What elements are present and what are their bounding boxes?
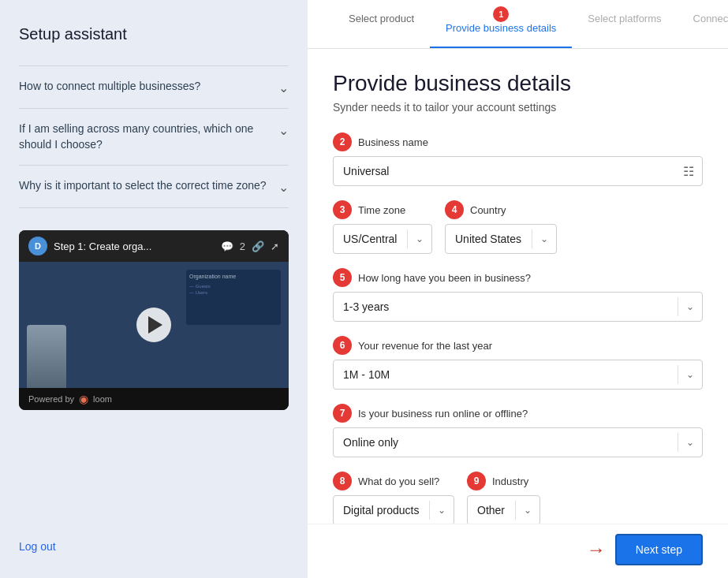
sell-industry-row: 8 What do you sell? Digital products ⌄ 9… <box>333 472 703 524</box>
comment-icon: 💬 <box>221 241 233 252</box>
business-name-icon: ☷ <box>675 164 702 179</box>
country-field: 4 Country United States ⌄ <box>445 200 557 254</box>
timezone-label: Time zone <box>358 204 405 216</box>
timezone-chevron-icon: ⌄ <box>408 233 431 244</box>
timezone-field: 3 Time zone US/Central ⌄ <box>333 200 432 254</box>
badge-revenue: 6 <box>333 336 352 355</box>
loom-brand: loom <box>93 394 112 404</box>
business-age-divider <box>678 297 678 316</box>
online-offline-label: Is your business run online or offline? <box>358 408 528 420</box>
loom-bar: Powered by ◉ loom <box>19 388 289 410</box>
faq-question-1: How to connect multiple businesses? <box>19 79 210 95</box>
what-sell-label: What do you sell? <box>358 475 439 487</box>
revenue-select-wrapper: 1M - 10M ⌄ <box>333 360 703 390</box>
page-title: Provide business details <box>333 71 703 96</box>
country-divider <box>532 229 532 248</box>
video-block: D Step 1: Create orga... 💬 2 🔗 ➚ Organiz… <box>19 230 289 410</box>
badge-country: 4 <box>445 200 464 219</box>
badge-timezone: 3 <box>333 200 352 219</box>
country-label: Country <box>470 204 506 216</box>
revenue-label-row: 6 Your revenue for the last year <box>333 336 703 355</box>
industry-select[interactable]: Other <box>468 496 515 524</box>
step-badge-1: 1 <box>493 6 509 22</box>
country-select[interactable]: United States <box>446 225 532 253</box>
timezone-select[interactable]: US/Central <box>334 225 407 253</box>
tab-provide-details[interactable]: 1 Provide business details <box>430 0 572 48</box>
business-name-label: Business name <box>358 136 428 148</box>
what-sell-select[interactable]: Digital products <box>334 496 429 524</box>
faq-item-3[interactable]: Why is it important to select the correc… <box>19 166 289 208</box>
business-age-select[interactable]: 1-3 years <box>334 293 678 321</box>
revenue-chevron-icon: ⌄ <box>678 369 702 380</box>
online-offline-chevron-icon: ⌄ <box>678 437 702 448</box>
revenue-label: Your revenue for the last year <box>358 340 492 352</box>
country-select-wrapper: United States ⌄ <box>445 224 557 254</box>
arrow-right-icon: → <box>587 539 606 561</box>
faq-item-1[interactable]: How to connect multiple businesses? ⌄ <box>19 65 289 109</box>
tab-select-platforms: Select platforms <box>572 0 677 48</box>
badge-what-sell: 8 <box>333 472 352 490</box>
business-age-chevron-icon: ⌄ <box>678 301 702 312</box>
tab-select-product[interactable]: Select product <box>333 0 430 48</box>
faq-question-3: Why is it important to select the correc… <box>19 178 276 194</box>
country-label-row: 4 Country <box>445 200 557 219</box>
share-icon: ➚ <box>271 241 279 252</box>
industry-label: Industry <box>492 475 528 487</box>
what-sell-divider <box>429 501 430 520</box>
sidebar-title: Setup assistant <box>19 25 289 43</box>
online-offline-select[interactable]: Online only <box>334 428 678 457</box>
play-triangle-icon <box>148 316 162 334</box>
industry-divider <box>515 501 516 520</box>
timezone-country-row: 3 Time zone US/Central ⌄ 4 Country <box>333 200 703 268</box>
online-offline-label-row: 7 Is your business run online or offline… <box>333 404 703 423</box>
tab-connect-platforms: Connect platforms <box>678 0 728 48</box>
badge-industry: 9 <box>467 472 486 490</box>
business-age-label-row: 5 How long have you been in business? <box>333 268 703 287</box>
thumbnail-person <box>27 325 66 388</box>
sidebar: Setup assistant How to connect multiple … <box>0 0 308 578</box>
main-content: Select product 1 Provide business detail… <box>308 0 728 578</box>
revenue-field: 6 Your revenue for the last year 1M - 10… <box>333 336 703 390</box>
chevron-down-icon-2: ⌄ <box>278 123 289 138</box>
faq-question-2: If I am selling across many countries, w… <box>19 121 278 152</box>
online-offline-divider <box>678 433 678 452</box>
page-subtitle: Synder needs it to tailor your account s… <box>333 101 703 114</box>
industry-chevron-icon: ⌄ <box>516 505 539 516</box>
chevron-down-icon-1: ⌄ <box>278 80 289 95</box>
faq-item-2[interactable]: If I am selling across many countries, w… <box>19 109 289 166</box>
online-offline-select-wrapper: Online only ⌄ <box>333 427 703 457</box>
log-out-link[interactable]: Log out <box>19 524 289 553</box>
timezone-select-wrapper: US/Central ⌄ <box>333 224 432 254</box>
badge-online-offline: 7 <box>333 404 352 423</box>
thumbnail-screen: Organization name — Guests— Users <box>186 270 281 325</box>
revenue-divider <box>678 365 678 384</box>
industry-field: 9 Industry Other ⌄ <box>467 472 540 524</box>
online-offline-field: 7 Is your business run online or offline… <box>333 404 703 457</box>
business-name-field: 2 Business name ☷ <box>333 132 703 186</box>
business-name-label-row: 2 Business name <box>333 132 703 151</box>
stepper-nav: Select product 1 Provide business detail… <box>308 0 728 49</box>
what-sell-chevron-icon: ⌄ <box>430 505 454 516</box>
video-icons: 💬 2 🔗 ➚ <box>221 241 279 252</box>
avatar: D <box>28 237 47 255</box>
comment-count: 2 <box>240 241 245 252</box>
play-button[interactable] <box>136 308 171 342</box>
video-thumbnail[interactable]: Organization name — Guests— Users <box>19 262 289 388</box>
country-chevron-icon: ⌄ <box>532 233 556 244</box>
business-age-field: 5 How long have you been in business? 1-… <box>333 268 703 322</box>
badge-business-age: 5 <box>333 268 352 287</box>
industry-select-wrapper: Other ⌄ <box>467 495 540 524</box>
business-name-input[interactable] <box>334 157 675 185</box>
next-step-button[interactable]: Next step <box>615 534 703 565</box>
industry-label-row: 9 Industry <box>467 472 540 490</box>
video-header: D Step 1: Create orga... 💬 2 🔗 ➚ <box>19 230 289 262</box>
bottom-bar: → Next step <box>308 524 728 578</box>
loom-logo-icon: ◉ <box>79 393 88 405</box>
what-sell-select-wrapper: Digital products ⌄ <box>333 495 454 524</box>
what-sell-field: 8 What do you sell? Digital products ⌄ <box>333 472 454 524</box>
chevron-down-icon-3: ⌄ <box>278 180 289 195</box>
revenue-select[interactable]: 1M - 10M <box>334 360 678 389</box>
timezone-divider <box>407 229 408 248</box>
link-icon: 🔗 <box>252 241 264 252</box>
what-sell-label-row: 8 What do you sell? <box>333 472 454 490</box>
